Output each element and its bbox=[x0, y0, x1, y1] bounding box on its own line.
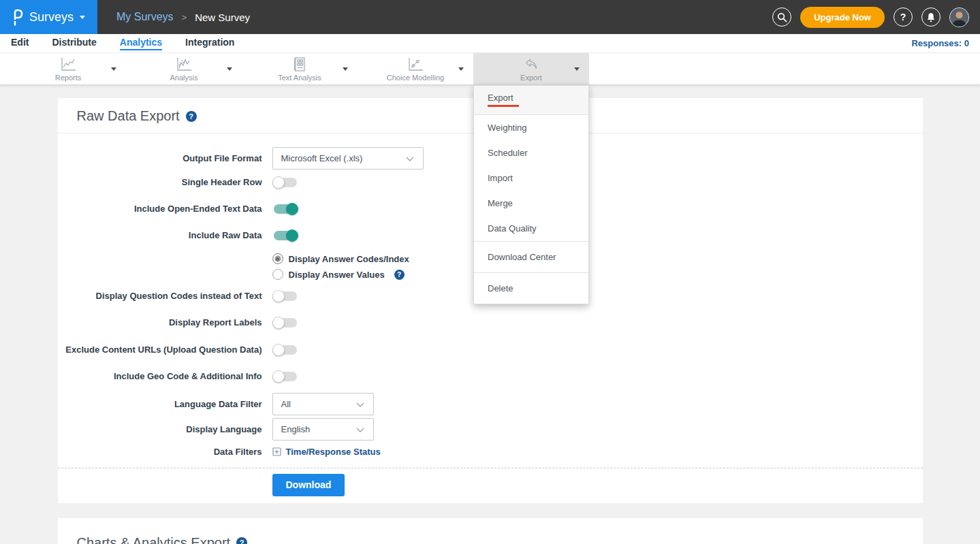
analysis-chart-icon bbox=[175, 57, 193, 73]
language-data-filter-select[interactable]: All bbox=[272, 393, 374, 415]
charts-analytics-header: Charts & Analytics Export ? bbox=[58, 518, 923, 544]
top-bar: Surveys My Surveys > New Survey Upgrade … bbox=[0, 0, 980, 34]
exclude-content-urls-toggle[interactable] bbox=[272, 344, 298, 356]
chevron-down-icon bbox=[405, 155, 415, 163]
breadcrumb-my-surveys[interactable]: My Surveys bbox=[116, 11, 174, 23]
bell-icon bbox=[926, 12, 936, 22]
raw-data-export-help-icon[interactable]: ? bbox=[186, 111, 197, 122]
breadcrumb: My Surveys > New Survey bbox=[116, 11, 250, 23]
tab-analytics[interactable]: Analytics bbox=[120, 37, 162, 50]
include-open-ended-label: Include Open-Ended Text Data bbox=[58, 204, 262, 214]
export-arrow-icon bbox=[522, 57, 540, 73]
questionpro-logo-icon bbox=[12, 8, 23, 26]
toolbar-choice-modelling-label: Choice Modelling bbox=[387, 74, 444, 82]
toolbar-text-analysis[interactable]: Text Analysis bbox=[242, 53, 358, 84]
choice-modelling-dropdown-caret[interactable] bbox=[458, 67, 464, 71]
chevron-down-icon bbox=[355, 426, 365, 434]
chevron-down-icon bbox=[355, 400, 365, 409]
menu-item-scheduler[interactable]: Scheduler bbox=[474, 140, 588, 165]
topbar-actions: Upgrade Now ? bbox=[772, 7, 980, 28]
answer-values-radio-label[interactable]: Display Answer Values bbox=[289, 270, 385, 280]
tab-distribute[interactable]: Distribute bbox=[52, 37, 96, 50]
report-labels-toggle[interactable] bbox=[272, 317, 298, 329]
display-language-select[interactable]: English bbox=[272, 418, 374, 441]
export-dropdown-caret[interactable] bbox=[574, 67, 580, 71]
answer-codes-radio-label[interactable]: Display Answer Codes/Index bbox=[289, 254, 409, 264]
display-language-label: Display Language bbox=[58, 424, 262, 435]
download-row: Download bbox=[272, 474, 923, 503]
answer-values-option: Display Answer Values ? bbox=[272, 269, 923, 280]
geo-code-label: Include Geo Code & Additional Info bbox=[58, 371, 262, 382]
search-button[interactable] bbox=[772, 7, 791, 27]
question-codes-label: Display Question Codes instead of Text bbox=[58, 291, 262, 302]
text-analysis-dropdown-caret[interactable] bbox=[343, 67, 348, 71]
include-raw-data-label: Include Raw Data bbox=[58, 230, 262, 241]
toolbar-reports[interactable]: Reports bbox=[10, 53, 126, 84]
raw-data-export-title: Raw Data Export bbox=[77, 108, 180, 124]
export-dropdown-menu: Export Weighting Scheduler Import Merge … bbox=[473, 85, 589, 304]
answer-codes-radio[interactable] bbox=[272, 253, 283, 264]
product-name: Surveys bbox=[29, 10, 74, 25]
menu-item-data-quality[interactable]: Data Quality bbox=[474, 216, 588, 241]
reports-chart-icon bbox=[59, 57, 77, 73]
analysis-dropdown-caret[interactable] bbox=[227, 67, 232, 71]
toolbar-export-label: Export bbox=[520, 74, 542, 82]
breadcrumb-current-survey: New Survey bbox=[195, 12, 250, 23]
question-mark-icon: ? bbox=[900, 12, 906, 22]
analytics-toolbar: Reports Analysis Text Analysis bbox=[0, 53, 980, 85]
search-icon bbox=[777, 12, 787, 22]
toolbar-analysis[interactable]: Analysis bbox=[126, 53, 242, 84]
reports-dropdown-caret[interactable] bbox=[111, 67, 116, 71]
language-data-filter-label: Language Data Filter bbox=[58, 399, 262, 410]
answer-codes-option: Display Answer Codes/Index bbox=[272, 253, 923, 264]
choice-modelling-icon bbox=[407, 57, 424, 73]
chevron-down-icon bbox=[80, 16, 85, 19]
data-filters-label: Data Filters bbox=[58, 447, 262, 458]
charts-analytics-export-card: Charts & Analytics Export ? bbox=[58, 518, 923, 544]
notifications-button[interactable] bbox=[921, 7, 941, 27]
toolbar-export[interactable]: Export bbox=[473, 53, 589, 84]
include-raw-data-toggle[interactable] bbox=[272, 229, 298, 242]
responses-count: Responses: 0 bbox=[911, 38, 980, 48]
toolbar-text-analysis-label: Text Analysis bbox=[278, 74, 321, 82]
menu-item-delete[interactable]: Delete bbox=[474, 273, 588, 304]
include-open-ended-toggle[interactable] bbox=[272, 203, 298, 215]
breadcrumb-separator: > bbox=[182, 12, 187, 22]
single-header-row-label: Single Header Row bbox=[58, 177, 262, 188]
report-labels-label: Display Report Labels bbox=[58, 317, 262, 328]
menu-item-import[interactable]: Import bbox=[474, 165, 588, 191]
toolbar-analysis-label: Analysis bbox=[170, 74, 198, 82]
charts-analytics-help-icon[interactable]: ? bbox=[236, 537, 247, 544]
answer-values-radio[interactable] bbox=[272, 269, 283, 280]
toolbar-reports-label: Reports bbox=[55, 74, 82, 82]
product-switcher[interactable]: Surveys bbox=[0, 0, 97, 34]
plus-square-icon bbox=[272, 447, 281, 456]
avatar-silhouette bbox=[950, 8, 968, 27]
user-avatar[interactable] bbox=[949, 7, 969, 27]
menu-item-merge[interactable]: Merge bbox=[474, 191, 588, 216]
exclude-content-urls-label: Exclude Content URLs (Upload Question Da… bbox=[58, 345, 262, 355]
menu-item-export[interactable]: Export bbox=[474, 86, 588, 115]
tab-integration[interactable]: Integration bbox=[185, 37, 234, 50]
form-footer-divider bbox=[58, 468, 923, 468]
question-codes-toggle[interactable] bbox=[272, 290, 298, 302]
help-button[interactable]: ? bbox=[894, 7, 913, 27]
output-file-format-select[interactable]: Microsoft Excel (.xls) bbox=[272, 147, 424, 170]
menu-item-weighting[interactable]: Weighting bbox=[474, 115, 588, 140]
survey-tabs: Edit Distribute Analytics Integration Re… bbox=[0, 34, 980, 53]
geo-code-toggle[interactable] bbox=[272, 370, 298, 383]
toolbar-choice-modelling[interactable]: Choice Modelling bbox=[358, 53, 473, 84]
charts-analytics-title: Charts & Analytics Export bbox=[77, 535, 231, 544]
time-response-status-link[interactable]: Time/Response Status bbox=[286, 447, 381, 457]
tab-edit[interactable]: Edit bbox=[11, 37, 29, 50]
single-header-row-toggle[interactable] bbox=[272, 176, 298, 189]
menu-item-download-center[interactable]: Download Center bbox=[474, 242, 588, 272]
text-analysis-icon bbox=[291, 57, 309, 73]
answer-values-help-icon[interactable]: ? bbox=[394, 270, 405, 280]
upgrade-now-button[interactable]: Upgrade Now bbox=[800, 7, 885, 28]
output-file-format-label: Output File Format bbox=[58, 153, 262, 164]
download-button[interactable]: Download bbox=[272, 474, 345, 496]
